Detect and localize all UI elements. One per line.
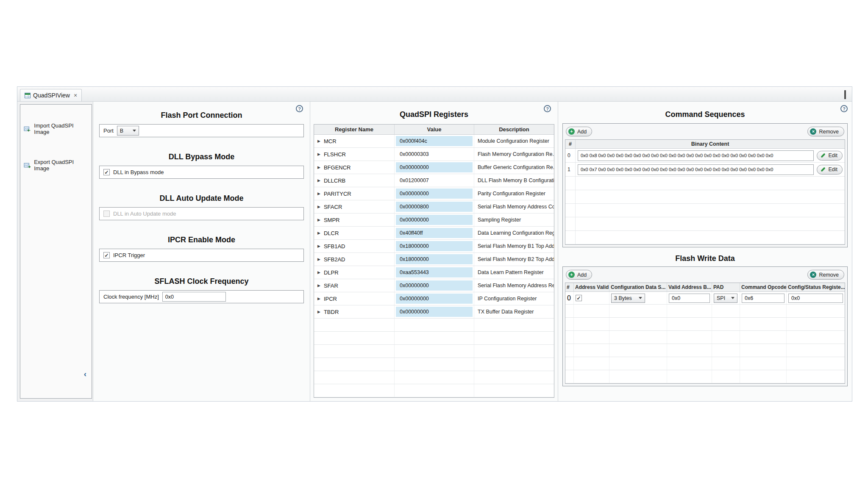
expand-arrow-icon[interactable]: ▶: [317, 271, 320, 274]
add-sequence-button[interactable]: + Add: [566, 127, 592, 136]
expand-arrow-icon[interactable]: ▶: [317, 244, 320, 248]
edit-sequence-button[interactable]: Edit: [817, 151, 843, 161]
edit-sequence-button[interactable]: Edit: [817, 165, 843, 175]
register-value-field[interactable]: 0x18000000: [396, 241, 473, 251]
register-name: SFACR: [324, 204, 342, 210]
export-image-icon: [24, 162, 31, 169]
column-header-pad: PAD: [712, 283, 740, 291]
register-value-field[interactable]: 0x000f404c: [396, 136, 473, 146]
table-row[interactable]: ▶FLSHCR 0x00000303 Flash Memory Configur…: [314, 148, 554, 161]
table-row-empty: [565, 305, 845, 318]
sequences-table-header: # Binary Content: [565, 140, 845, 149]
remove-flash-write-button[interactable]: × Remove: [807, 270, 844, 280]
valid-address-input[interactable]: 0x0: [669, 294, 710, 303]
collapse-sidebar-button[interactable]: ‹: [84, 370, 86, 378]
sflash-clock-control-box: Clock frequency [MHz] 0x0: [99, 290, 304, 303]
table-row[interactable]: ▶SFACR 0x00000800 Serial Flash Memory Ad…: [314, 200, 554, 214]
config-status-input[interactable]: 0x0: [788, 294, 843, 303]
register-value-field[interactable]: 0x00000000: [396, 215, 473, 225]
registers-table: Register Name Value Description ▶MCR 0x0…: [314, 124, 554, 398]
dll-auto-update-checkbox[interactable]: ✓: [103, 211, 110, 217]
register-name: MCR: [324, 138, 337, 144]
sequence-row[interactable]: 1 0x0 0x7 0x0 0x0 0x0 0x0 0x0 0x0 0x0 0x…: [565, 163, 845, 177]
dll-auto-update-section: DLL Auto Update Mode ✓ DLL in Auto Updat…: [99, 194, 304, 220]
table-row[interactable]: ▶SFB2AD 0x18000000 Serial Flash Memory B…: [314, 253, 554, 266]
table-row[interactable]: ▶IPCR 0x00000000 IP Configuration Regist…: [314, 292, 554, 305]
port-select[interactable]: B: [117, 126, 139, 136]
expand-arrow-icon[interactable]: ▶: [317, 310, 320, 314]
flash-write-toolbar: + Add × Remove: [565, 269, 845, 283]
expand-arrow-icon[interactable]: ▶: [317, 258, 320, 261]
register-value-field[interactable]: 0x00000000: [396, 189, 473, 199]
remove-sequence-button[interactable]: × Remove: [807, 127, 844, 136]
close-icon[interactable]: ×: [74, 92, 77, 98]
ipcr-control-box: ✓ IPCR Trigger: [99, 249, 304, 262]
expand-arrow-icon[interactable]: ▶: [317, 166, 320, 169]
dll-bypass-label: DLL in Bypass mode: [113, 169, 164, 175]
check-icon: ✓: [104, 170, 108, 175]
address-valid-checkbox[interactable]: ✓: [576, 295, 582, 301]
register-value-field[interactable]: 0x00000000: [396, 162, 473, 172]
register-name: BFGENCR: [324, 164, 351, 171]
section-title: IPCR Enable Mode: [99, 236, 304, 244]
help-icon[interactable]: ?: [544, 105, 551, 112]
expand-arrow-icon[interactable]: ▶: [317, 192, 320, 196]
table-row[interactable]: ▶PARITYCR 0x00000000 Parity Configuratio…: [314, 187, 554, 200]
pad-select[interactable]: SPI: [714, 294, 737, 303]
expand-arrow-icon[interactable]: ▶: [317, 297, 320, 301]
titlebar: QuadSPIView ×: [17, 87, 852, 102]
flash-write-row[interactable]: 0 ✓ 3 Bytes 0x0: [565, 292, 845, 305]
expand-arrow-icon[interactable]: ▶: [317, 205, 320, 209]
sidebar-item-export-image[interactable]: Export QuadSPI Image: [20, 156, 92, 174]
register-name: PARITYCR: [324, 191, 351, 197]
register-value-field[interactable]: 0x00000303: [396, 149, 473, 159]
maximize-button[interactable]: [844, 91, 846, 99]
edit-pencil-icon: [821, 167, 826, 172]
table-row[interactable]: ▶DLCR 0x40ff40ff Data Learning Configura…: [314, 227, 554, 240]
clock-frequency-input[interactable]: 0x0: [162, 292, 226, 302]
register-description: TX Buffer Data Register: [474, 305, 554, 318]
table-row[interactable]: ▶DLLCRB 0x01200007 DLL Flash Memory B Co…: [314, 174, 554, 187]
sequence-row[interactable]: 0 0x0 0x8 0x0 0x0 0x0 0x0 0x0 0x0 0x0 0x…: [565, 149, 845, 163]
register-name: TBDR: [324, 309, 339, 315]
register-value-field[interactable]: 0xaa553443: [396, 267, 473, 277]
command-opcode-input[interactable]: 0x6: [742, 294, 785, 303]
sflash-clock-section: SFLASH Clock Frequency Clock frequency […: [99, 277, 304, 303]
table-row[interactable]: ▶TBDR 0x00000000 TX Buffer Data Register: [314, 305, 554, 319]
binary-content-field[interactable]: 0x0 0x7 0x0 0x0 0x0 0x0 0x0 0x0 0x0 0x0 …: [578, 164, 814, 175]
ipcr-trigger-checkbox[interactable]: ✓: [103, 252, 110, 258]
dll-bypass-checkbox[interactable]: ✓: [103, 169, 110, 175]
table-row-empty: [314, 358, 554, 371]
expand-arrow-icon[interactable]: ▶: [317, 284, 320, 288]
register-value-field[interactable]: 0x00000800: [396, 202, 473, 212]
table-row[interactable]: ▶SFB1AD 0x18000000 Serial Flash Memory B…: [314, 240, 554, 253]
register-value-field[interactable]: 0x00000000: [396, 307, 473, 317]
register-value-field[interactable]: 0x18000000: [396, 254, 473, 264]
expand-arrow-icon[interactable]: ▶: [317, 218, 320, 222]
table-row[interactable]: ▶DLPR 0xaa553443 Data Learn Pattern Regi…: [314, 266, 554, 279]
table-row[interactable]: ▶BFGENCR 0x00000000 Buffer Generic Confi…: [314, 161, 554, 174]
register-value-field[interactable]: 0x00000000: [396, 280, 473, 291]
register-value-field[interactable]: 0x00000000: [396, 294, 473, 304]
config-data-size-select[interactable]: 3 Bytes: [611, 294, 645, 303]
expand-arrow-icon[interactable]: ▶: [317, 139, 320, 143]
table-row[interactable]: ▶MCR 0x000f404c Module Configuration Reg…: [314, 135, 554, 148]
table-row-empty: [565, 217, 845, 231]
binary-content-field[interactable]: 0x0 0x8 0x0 0x0 0x0 0x0 0x0 0x0 0x0 0x0 …: [578, 150, 814, 161]
register-description: Serial Flash Memory Address Re...: [474, 279, 554, 292]
table-row[interactable]: ▶SMPR 0x00000000 Sampling Register: [314, 214, 554, 227]
registers-panel: ? QuadSPI Registers Register Name Value …: [310, 102, 558, 401]
add-flash-write-button[interactable]: + Add: [566, 270, 592, 280]
column-header-command-opcode: Command Opcode: [740, 283, 787, 291]
help-icon[interactable]: ?: [296, 105, 303, 112]
expand-arrow-icon[interactable]: ▶: [317, 179, 320, 183]
table-row[interactable]: ▶SFAR 0x00000000 Serial Flash Memory Add…: [314, 279, 554, 292]
expand-arrow-icon[interactable]: ▶: [317, 152, 320, 156]
register-value-field[interactable]: 0x40ff40ff: [396, 228, 473, 238]
tab-quadspiview[interactable]: QuadSPIView ×: [20, 89, 82, 101]
help-icon[interactable]: ?: [840, 105, 848, 112]
expand-arrow-icon[interactable]: ▶: [317, 231, 320, 235]
registers-table-header: Register Name Value Description: [314, 125, 554, 135]
register-value-field[interactable]: 0x01200007: [396, 175, 473, 186]
sidebar-item-import-image[interactable]: Import QuadSPI Image: [20, 120, 92, 138]
